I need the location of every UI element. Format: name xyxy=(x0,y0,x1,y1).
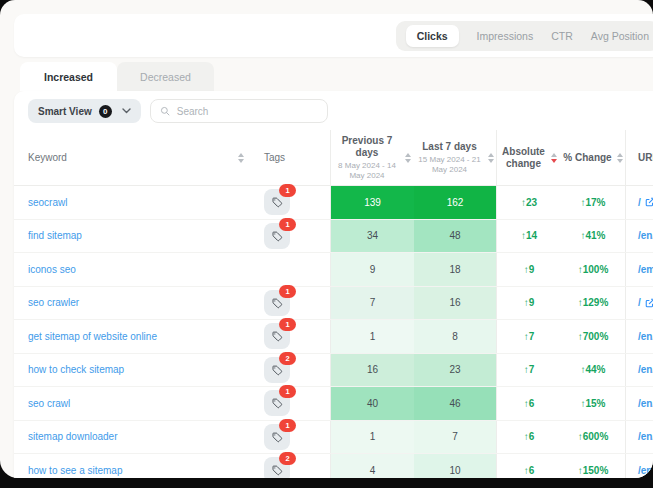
last-value: 162 xyxy=(414,186,496,219)
percent-change-cell: ↑15% xyxy=(561,387,625,420)
percent-change-value: ↑17% xyxy=(580,197,605,208)
previous-value-cell: 4 xyxy=(330,454,414,478)
table-row: get sitemap of website online 1 1 8 ↑7 ↑… xyxy=(14,320,653,354)
tag-count-badge: 2 xyxy=(279,452,296,465)
last-value-cell: 7 xyxy=(414,421,497,454)
absolute-change-cell: ↑6 xyxy=(497,387,561,420)
tag-chip[interactable]: 1 xyxy=(264,323,290,349)
table-row: how to see a sitemap 2 4 10 ↑6 ↑150% xyxy=(14,454,653,478)
sort-icon-percent[interactable] xyxy=(617,153,623,163)
external-link-icon[interactable] xyxy=(645,197,653,207)
metric-tab-impressions[interactable]: Impressions xyxy=(477,30,534,42)
table-toolbar: Smart View 0 Search xyxy=(14,91,653,130)
percent-change-cell: ↑150% xyxy=(561,454,625,478)
tag-chip[interactable]: 1 xyxy=(264,223,290,249)
tag-count-badge: 1 xyxy=(279,385,296,398)
keyword-cell: seocrawl xyxy=(28,186,250,219)
previous-value-cell: 1 xyxy=(330,320,414,353)
keyword-link[interactable]: seocrawl xyxy=(28,197,67,208)
previous-value: 34 xyxy=(331,220,414,253)
url-link[interactable]: /en/ xyxy=(638,465,653,476)
url-cell: /en/ xyxy=(625,220,653,253)
sort-icon-last[interactable] xyxy=(488,153,494,163)
keyword-link[interactable]: seo crawl xyxy=(28,398,70,409)
tag-icon xyxy=(271,196,283,208)
percent-change-value: ↑700% xyxy=(578,331,609,342)
sort-icon-absolute-active[interactable] xyxy=(551,153,557,163)
url-link[interactable]: /en/ xyxy=(638,331,653,342)
header-absolute-change[interactable]: Absolute change xyxy=(497,130,561,185)
url-cell: /en/ xyxy=(625,354,653,387)
external-link-icon[interactable] xyxy=(645,298,653,308)
url-cell: /en/ xyxy=(625,421,653,454)
last-value: 10 xyxy=(414,454,496,478)
tag-count-badge: 1 xyxy=(279,218,296,231)
previous-value-cell: 34 xyxy=(330,220,414,253)
keyword-link[interactable]: how to see a sitemap xyxy=(28,465,123,476)
url-link[interactable]: /en/ xyxy=(638,230,653,241)
keyword-link[interactable]: find sitemap xyxy=(28,230,82,241)
url-link[interactable]: / xyxy=(638,297,641,308)
sort-icon-keyword[interactable] xyxy=(238,153,244,163)
previous-value: 1 xyxy=(331,320,414,353)
header-percent-change[interactable]: % Change xyxy=(561,130,625,185)
absolute-change-cell: ↑6 xyxy=(497,454,561,478)
previous-value: 40 xyxy=(331,387,414,420)
search-input[interactable]: Search xyxy=(150,99,328,123)
keyword-link[interactable]: iconos seo xyxy=(28,264,76,275)
percent-change-cell: ↑700% xyxy=(561,320,625,353)
tag-chip[interactable]: 2 xyxy=(264,357,290,383)
table-row: seo crawl 1 40 46 ↑6 ↑15% /en/ xyxy=(14,387,653,421)
smart-view-dropdown[interactable]: Smart View 0 xyxy=(28,99,141,123)
smart-view-count-badge: 0 xyxy=(99,105,112,118)
table-row: seocrawl 1 139 162 ↑23 ↑17% / xyxy=(14,186,653,220)
metric-tab-clicks[interactable]: Clicks xyxy=(406,25,459,47)
previous-value: 9 xyxy=(331,253,414,286)
absolute-change-value: ↑6 xyxy=(524,431,535,442)
keyword-link[interactable]: how to check sitemap xyxy=(28,364,124,375)
percent-change-value: ↑129% xyxy=(578,297,609,308)
absolute-change-value: ↑6 xyxy=(524,398,535,409)
absolute-change-value: ↑7 xyxy=(524,331,535,342)
tag-chip[interactable]: 1 xyxy=(264,390,290,416)
percent-change-value: ↑41% xyxy=(580,230,605,241)
last-value-cell: 162 xyxy=(414,186,497,219)
url-link[interactable]: /en/ xyxy=(638,364,653,375)
url-link[interactable]: / xyxy=(638,197,641,208)
tag-chip[interactable]: 1 xyxy=(264,424,290,450)
percent-change-cell: ↑100% xyxy=(561,253,625,286)
header-keyword-label: Keyword xyxy=(28,152,67,163)
tab-increased[interactable]: Increased xyxy=(20,62,117,91)
header-last-7-days[interactable]: Last 7 days 15 May 2024 - 21 May 2024 xyxy=(414,130,497,185)
keyword-link[interactable]: sitemap downloader xyxy=(28,431,118,442)
tag-icon xyxy=(271,364,283,376)
previous-value-cell: 7 xyxy=(330,287,414,320)
metric-tab-ctr[interactable]: CTR xyxy=(551,30,573,42)
last-value-cell: 16 xyxy=(414,287,497,320)
last-value: 8 xyxy=(414,320,496,353)
absolute-change-value: ↑9 xyxy=(524,297,535,308)
last-value: 23 xyxy=(414,354,496,387)
table-row: find sitemap 1 34 48 ↑14 ↑41% /en/ xyxy=(14,220,653,254)
metric-tab-avg-position[interactable]: Avg Position xyxy=(591,30,649,42)
header-previous-7-days[interactable]: Previous 7 days 8 May 2024 - 14 May 2024 xyxy=(330,130,414,185)
tag-icon xyxy=(271,431,283,443)
tag-chip[interactable]: 1 xyxy=(264,290,290,316)
keyword-link[interactable]: get sitemap of website online xyxy=(28,331,157,342)
percent-change-value: ↑150% xyxy=(578,465,609,476)
url-link[interactable]: /en/ xyxy=(638,431,653,442)
tag-chip[interactable]: 2 xyxy=(264,457,290,478)
table-header-row: Keyword Tags Previous 7 days 8 May 2024 … xyxy=(14,130,653,186)
tag-chip[interactable]: 1 xyxy=(264,189,290,215)
keyword-link[interactable]: seo crawler xyxy=(28,297,79,308)
url-link[interactable]: /en/ xyxy=(638,398,653,409)
sort-icon-previous[interactable] xyxy=(405,153,411,163)
tag-icon xyxy=(271,397,283,409)
absolute-change-value: ↑23 xyxy=(521,197,537,208)
header-keyword[interactable]: Keyword xyxy=(28,130,250,185)
previous-value: 16 xyxy=(331,354,414,387)
tags-cell: 1 xyxy=(250,387,330,420)
url-link[interactable]: /em xyxy=(638,264,653,275)
tab-decreased[interactable]: Decreased xyxy=(117,62,214,91)
absolute-change-value: ↑9 xyxy=(524,264,535,275)
